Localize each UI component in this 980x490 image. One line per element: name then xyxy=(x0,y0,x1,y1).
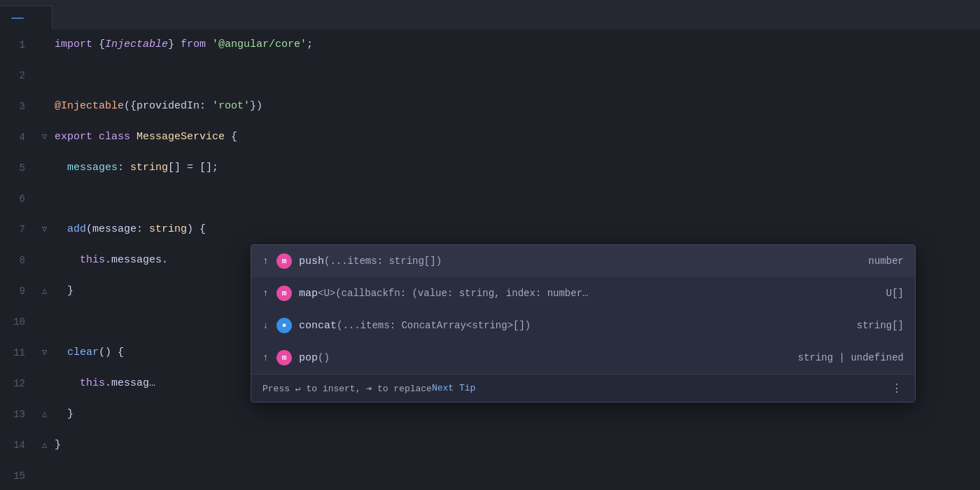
ac-arrow-icon: ↓ xyxy=(262,320,272,331)
code-line: 1import {Injectable} from '@angular/core… xyxy=(0,29,980,60)
ac-method-name: map xyxy=(299,288,318,300)
token: ) { xyxy=(187,214,206,245)
autocomplete-dropdown: ↑mpush(...items: string[])number↑mmap<U>… xyxy=(251,244,916,402)
code-content: } xyxy=(55,430,61,461)
line-number: 14 xyxy=(0,430,42,461)
line-number: 9 xyxy=(0,276,42,307)
ac-return-type: number xyxy=(855,255,904,267)
ac-method-name: pop xyxy=(299,352,318,364)
token: { xyxy=(225,122,237,153)
code-line: 2 xyxy=(0,60,980,91)
token: '@angular/core' xyxy=(212,29,307,60)
code-content: this.messages. xyxy=(55,245,169,276)
autocomplete-item[interactable]: ↓●concat(...items: ConcatArray<string>[]… xyxy=(251,309,915,342)
line-number: 2 xyxy=(0,60,42,91)
ac-type-icon: m xyxy=(276,350,292,365)
token: … xyxy=(149,368,155,399)
token: }) xyxy=(250,91,262,122)
token: export xyxy=(55,122,99,153)
ac-method-signature: (...items: ConcatArray<string>[]) xyxy=(337,320,531,331)
token: .messag xyxy=(105,368,149,399)
code-line: 7▽ add(message: string) { xyxy=(0,214,980,245)
fold-icon[interactable]: △ xyxy=(42,276,53,307)
token: string xyxy=(130,153,168,183)
ac-method-signature: () xyxy=(318,352,330,363)
line-number: 3 xyxy=(0,91,42,122)
token: string xyxy=(149,214,187,245)
token: import xyxy=(55,29,99,60)
code-content: this.messag… xyxy=(55,368,155,399)
fold-icon[interactable]: △ xyxy=(42,430,53,461)
tab-close-button[interactable] xyxy=(35,17,41,20)
code-line: 13△ } xyxy=(0,399,980,430)
ac-type-icon: m xyxy=(276,286,292,301)
line-number: 8 xyxy=(0,245,42,276)
token: this xyxy=(55,245,105,276)
token: this xyxy=(55,368,105,399)
ac-arrow-icon: ↑ xyxy=(262,255,272,267)
line-number: 4 xyxy=(0,122,42,153)
ac-return-type: string | undefined xyxy=(784,352,904,363)
token: [] = []; xyxy=(168,153,218,183)
token: : xyxy=(118,153,130,183)
line-number: 12 xyxy=(0,368,42,399)
ac-type-icon: ● xyxy=(276,318,292,333)
ac-method-name: concat xyxy=(299,320,337,332)
autocomplete-footer: Press ↵ to insert, ⇥ to replace Next Tip… xyxy=(251,374,915,402)
code-content: import {Injectable} from '@angular/core'… xyxy=(55,29,313,60)
ac-type-icon: m xyxy=(276,253,292,269)
token: from xyxy=(174,29,212,60)
ac-return-type: string[] xyxy=(843,320,904,331)
line-number: 15 xyxy=(0,461,42,490)
code-line: 4▽export class MessageService { xyxy=(0,122,980,153)
token: messages xyxy=(55,153,118,183)
code-line: 3@Injectable({providedIn: 'root'}) xyxy=(0,91,980,122)
token: clear xyxy=(55,337,99,368)
token: class xyxy=(99,122,136,153)
fold-icon[interactable]: ▽ xyxy=(42,214,53,245)
token: : xyxy=(136,214,149,245)
line-number: 7 xyxy=(0,214,42,245)
token: ; xyxy=(307,29,313,60)
code-content: clear() { xyxy=(55,337,124,368)
token: @Injectable xyxy=(55,91,124,122)
token: } xyxy=(55,399,74,430)
token: Injectable xyxy=(105,29,168,60)
editor-area: 1import {Injectable} from '@angular/core… xyxy=(0,29,980,490)
line-number: 10 xyxy=(0,307,42,337)
autocomplete-item[interactable]: ↑mpush(...items: string[])number xyxy=(251,245,915,277)
ac-method-name: push xyxy=(299,255,324,267)
next-tip-link[interactable]: Next Tip xyxy=(432,383,475,393)
fold-icon[interactable]: ▽ xyxy=(42,122,53,153)
line-number: 11 xyxy=(0,337,42,368)
code-line: 5 messages: string[] = []; xyxy=(0,153,980,183)
code-line: 6 xyxy=(0,183,980,214)
fold-icon[interactable]: ▽ xyxy=(42,337,53,368)
code-content: export class MessageService { xyxy=(55,122,237,153)
autocomplete-item[interactable]: ↑mpop()string | undefined xyxy=(251,342,915,374)
token: ({providedIn: xyxy=(124,91,212,122)
token: ( xyxy=(86,214,92,245)
line-number: 6 xyxy=(0,183,42,214)
token: message xyxy=(92,214,136,245)
token: () { xyxy=(99,337,124,368)
footer-more-button[interactable]: ⋮ xyxy=(891,382,904,396)
line-number: 5 xyxy=(0,153,42,183)
autocomplete-item[interactable]: ↑mmap<U>(callbackfn: (value: string, ind… xyxy=(251,277,915,309)
token: add xyxy=(55,214,86,245)
token: 'root' xyxy=(212,91,250,122)
line-number: 1 xyxy=(0,29,42,60)
ts-badge xyxy=(11,18,24,19)
token: } xyxy=(168,29,174,60)
ac-arrow-icon: ↑ xyxy=(262,352,272,363)
footer-press-text: Press ↵ to insert, ⇥ to replace xyxy=(262,383,432,394)
code-line: 15 xyxy=(0,461,980,490)
code-content: @Injectable({providedIn: 'root'}) xyxy=(55,91,262,122)
code-content: messages: string[] = []; xyxy=(55,153,218,183)
editor-tab[interactable] xyxy=(0,6,52,29)
tab-bar xyxy=(0,0,980,29)
token: } xyxy=(55,276,74,307)
fold-icon[interactable]: △ xyxy=(42,399,53,430)
token: { xyxy=(99,29,105,60)
code-line: 14△} xyxy=(0,430,980,461)
